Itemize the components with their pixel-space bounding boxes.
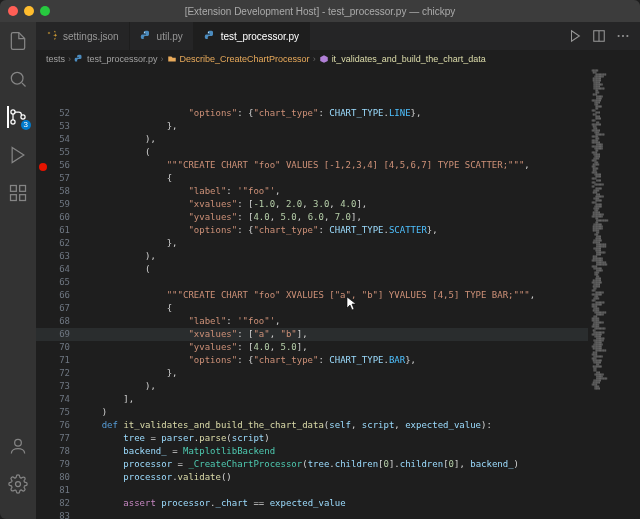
chevron-right-icon: ›: [68, 54, 71, 64]
code-line[interactable]: 72 },: [36, 367, 588, 380]
code-line[interactable]: 82 assert processor._chart == expected_v…: [36, 497, 588, 510]
breakpoint-icon[interactable]: [39, 163, 47, 171]
search-icon[interactable]: [7, 68, 29, 90]
code-line[interactable]: 74 ],: [36, 393, 588, 406]
code-line[interactable]: 56 """CREATE CHART "foo" VALUES [-1,2,3,…: [36, 159, 588, 172]
breakpoint-gutter[interactable]: [36, 172, 50, 185]
source-control-icon[interactable]: 3: [7, 106, 29, 128]
breakpoint-gutter[interactable]: [36, 393, 50, 406]
accounts-icon[interactable]: [7, 435, 29, 457]
breakpoint-gutter[interactable]: [36, 289, 50, 302]
code-line[interactable]: 77 tree = parser.parse(script): [36, 432, 588, 445]
code-area[interactable]: 52 "options": {"chart_type": CHART_TYPE.…: [36, 68, 588, 519]
breakpoint-gutter[interactable]: [36, 159, 50, 172]
breakpoint-gutter[interactable]: [36, 198, 50, 211]
breadcrumb[interactable]: tests › test_processor.py › Describe_Cre…: [36, 50, 640, 68]
code-line[interactable]: 75 ): [36, 406, 588, 419]
code-line[interactable]: 68 "label": '"foo"',: [36, 315, 588, 328]
code-line[interactable]: 62 },: [36, 237, 588, 250]
breakpoint-gutter[interactable]: [36, 263, 50, 276]
code-text: [80, 276, 588, 289]
breakpoint-gutter[interactable]: [36, 315, 50, 328]
breakpoint-gutter[interactable]: [36, 302, 50, 315]
breakpoint-gutter[interactable]: [36, 237, 50, 250]
breakpoint-gutter[interactable]: [36, 224, 50, 237]
breakpoint-gutter[interactable]: [36, 445, 50, 458]
code-line[interactable]: 54 ),: [36, 133, 588, 146]
extensions-icon[interactable]: [7, 182, 29, 204]
breakpoint-gutter[interactable]: [36, 276, 50, 289]
breakpoint-gutter[interactable]: [36, 185, 50, 198]
minimap[interactable]: ███████ ████ ████████████ ██████████ ███…: [588, 68, 640, 519]
code-text: "options": {"chart_type": CHART_TYPE.SCA…: [80, 224, 588, 237]
code-line[interactable]: 61 "options": {"chart_type": CHART_TYPE.…: [36, 224, 588, 237]
code-line[interactable]: 81: [36, 484, 588, 497]
breakpoint-gutter[interactable]: [36, 497, 50, 510]
tab-test-processor-py[interactable]: test_processor.py: [194, 22, 310, 50]
settings-gear-icon[interactable]: [7, 473, 29, 495]
svg-point-3: [21, 115, 25, 119]
tab-util-py[interactable]: util.py: [130, 22, 194, 50]
breakpoint-gutter[interactable]: [36, 354, 50, 367]
editor[interactable]: 52 "options": {"chart_type": CHART_TYPE.…: [36, 68, 640, 519]
code-text: assert processor._chart == expected_valu…: [80, 497, 588, 510]
line-number: 63: [50, 250, 80, 263]
code-line[interactable]: 71 "options": {"chart_type": CHART_TYPE.…: [36, 354, 588, 367]
breadcrumb-folder[interactable]: tests: [46, 54, 65, 64]
code-line[interactable]: 55 (: [36, 146, 588, 159]
code-text: [80, 510, 588, 519]
breakpoint-gutter[interactable]: [36, 432, 50, 445]
code-line[interactable]: 57 {: [36, 172, 588, 185]
code-line[interactable]: 73 ),: [36, 380, 588, 393]
breakpoint-gutter[interactable]: [36, 367, 50, 380]
code-line[interactable]: 60 "yvalues": [4.0, 5.0, 6.0, 7.0],: [36, 211, 588, 224]
code-line[interactable]: 83: [36, 510, 588, 519]
breadcrumb-method[interactable]: it_validates_and_build_the_chart_data: [332, 54, 486, 64]
breakpoint-gutter[interactable]: [36, 341, 50, 354]
line-number: 52: [50, 107, 80, 120]
breakpoint-gutter[interactable]: [36, 406, 50, 419]
code-line[interactable]: 67 {: [36, 302, 588, 315]
code-line[interactable]: 79 processor = _CreateChartProcessor(tre…: [36, 458, 588, 471]
code-line[interactable]: 64 (: [36, 263, 588, 276]
svg-rect-5: [20, 186, 26, 192]
code-text: processor.validate(): [80, 471, 588, 484]
breakpoint-gutter[interactable]: [36, 328, 50, 341]
breakpoint-gutter[interactable]: [36, 471, 50, 484]
breakpoint-gutter[interactable]: [36, 211, 50, 224]
code-line[interactable]: 63 ),: [36, 250, 588, 263]
breakpoint-gutter[interactable]: [36, 250, 50, 263]
code-line[interactable]: 78 backend_ = MatplotlibBackend: [36, 445, 588, 458]
breakpoint-gutter[interactable]: [36, 146, 50, 159]
code-line[interactable]: 76 def it_validates_and_build_the_chart_…: [36, 419, 588, 432]
code-line[interactable]: 69 "xvalues": ["a", "b"],: [36, 328, 588, 341]
code-line[interactable]: 59 "xvalues": [-1.0, 2.0, 3.0, 4.0],: [36, 198, 588, 211]
breakpoint-gutter[interactable]: [36, 419, 50, 432]
breakpoint-gutter[interactable]: [36, 380, 50, 393]
code-line[interactable]: 52 "options": {"chart_type": CHART_TYPE.…: [36, 107, 588, 120]
explorer-icon[interactable]: [7, 30, 29, 52]
run-icon[interactable]: [568, 29, 582, 43]
split-editor-icon[interactable]: [592, 29, 606, 43]
code-line[interactable]: 80 processor.validate(): [36, 471, 588, 484]
breakpoint-gutter[interactable]: [36, 484, 50, 497]
breakpoint-gutter[interactable]: [36, 458, 50, 471]
code-line[interactable]: 65: [36, 276, 588, 289]
breakpoint-gutter[interactable]: [36, 107, 50, 120]
code-line[interactable]: 58 "label": '"foo"',: [36, 185, 588, 198]
breakpoint-gutter[interactable]: [36, 510, 50, 519]
run-debug-icon[interactable]: [7, 144, 29, 166]
more-actions-icon[interactable]: [616, 29, 630, 43]
breakpoint-gutter[interactable]: [36, 133, 50, 146]
breakpoint-gutter[interactable]: [36, 120, 50, 133]
tab-settings-json[interactable]: settings.json: [36, 22, 130, 50]
code-text: ],: [80, 393, 588, 406]
tab-label: util.py: [157, 31, 183, 42]
breadcrumb-class[interactable]: Describe_CreateChartProcessor: [180, 54, 310, 64]
code-line[interactable]: 70 "yvalues": [4.0, 5.0],: [36, 341, 588, 354]
code-text: """CREATE CHART "foo" VALUES [-1,2,3,4] …: [80, 159, 588, 172]
code-line[interactable]: 53 },: [36, 120, 588, 133]
breadcrumb-file[interactable]: test_processor.py: [87, 54, 158, 64]
line-number: 59: [50, 198, 80, 211]
code-line[interactable]: 66 """CREATE CHART "foo" XVALUES ["a", "…: [36, 289, 588, 302]
